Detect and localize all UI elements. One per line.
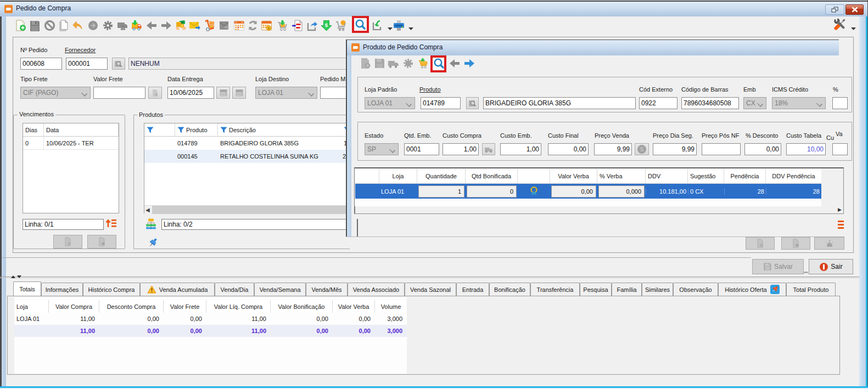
svg-text:S: S [640,146,644,153]
svg-text:$: $ [325,22,328,28]
svg-text:$: $ [268,26,270,31]
